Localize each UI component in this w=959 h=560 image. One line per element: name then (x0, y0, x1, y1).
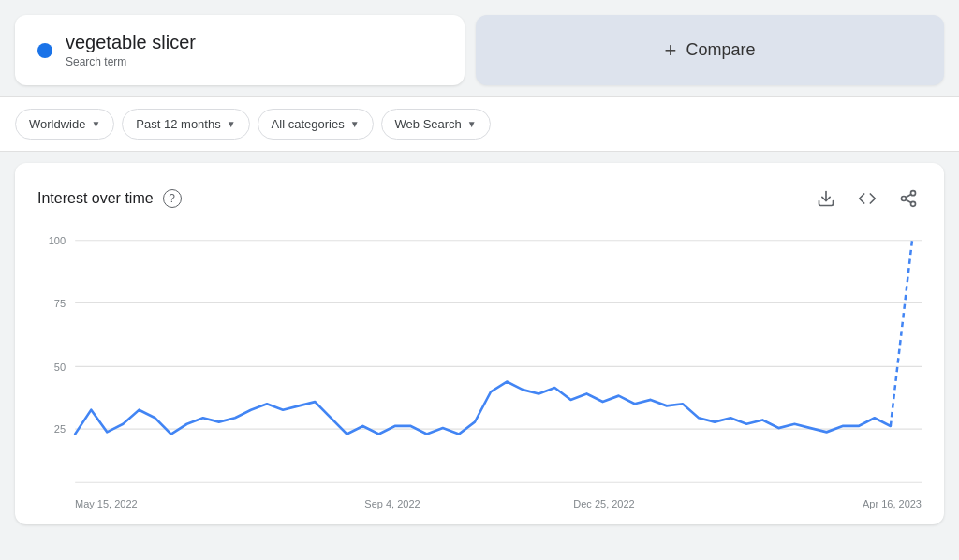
share-icon (899, 189, 918, 208)
embed-icon (858, 189, 877, 208)
x-label-2: Sep 4, 2022 (287, 498, 498, 509)
svg-text:100: 100 (49, 235, 66, 246)
trend-line (75, 382, 891, 435)
x-label-1: May 15, 2022 (75, 498, 287, 509)
time-filter-label: Past 12 months (136, 117, 220, 131)
svg-text:50: 50 (54, 361, 66, 372)
search-term-label: Search term (66, 55, 196, 68)
search-term-value: vegetable slicer (66, 32, 196, 53)
blue-dot-indicator (37, 43, 52, 58)
svg-text:75: 75 (54, 298, 66, 309)
compare-card[interactable]: + Compare (476, 15, 944, 85)
search-type-filter-label: Web Search (395, 117, 462, 131)
help-icon[interactable]: ? (163, 189, 182, 208)
time-chevron-icon: ▼ (227, 119, 236, 129)
chart-actions (813, 185, 922, 212)
search-term-text: vegetable slicer Search term (66, 32, 196, 68)
svg-text:25: 25 (54, 423, 66, 435)
download-icon (817, 189, 835, 208)
chart-title: Interest over time (37, 190, 154, 207)
category-chevron-icon: ▼ (350, 119, 360, 129)
search-term-card: vegetable slicer Search term (15, 15, 465, 85)
projection-line (891, 241, 912, 426)
chart-section: Interest over time ? (15, 163, 944, 524)
interest-chart: 100 75 50 25 (37, 230, 922, 493)
category-filter-label: All categories (272, 117, 345, 131)
share-button[interactable] (895, 185, 922, 212)
category-filter-button[interactable]: All categories ▼ (258, 109, 374, 140)
region-filter-button[interactable]: Worldwide ▼ (15, 109, 114, 140)
svg-line-5 (906, 194, 911, 197)
time-filter-button[interactable]: Past 12 months ▼ (122, 109, 249, 140)
svg-line-4 (906, 199, 911, 202)
compare-label: Compare (686, 40, 755, 60)
top-section: vegetable slicer Search term + Compare (0, 0, 959, 96)
region-chevron-icon: ▼ (91, 119, 100, 129)
x-label-3: Dec 25, 2022 (498, 498, 710, 509)
download-button[interactable] (813, 185, 839, 212)
filters-bar: Worldwide ▼ Past 12 months ▼ All categor… (0, 96, 959, 152)
chart-title-group: Interest over time ? (37, 189, 182, 208)
chart-header: Interest over time ? (37, 185, 922, 212)
search-type-chevron-icon: ▼ (467, 119, 477, 129)
x-axis-labels: May 15, 2022 Sep 4, 2022 Dec 25, 2022 Ap… (37, 493, 922, 509)
plus-icon: + (665, 38, 677, 63)
chart-container: 100 75 50 25 (37, 230, 922, 493)
x-label-4: Apr 16, 2023 (710, 498, 922, 509)
search-type-filter-button[interactable]: Web Search ▼ (381, 109, 491, 140)
region-filter-label: Worldwide (29, 117, 85, 131)
embed-button[interactable] (854, 185, 880, 212)
